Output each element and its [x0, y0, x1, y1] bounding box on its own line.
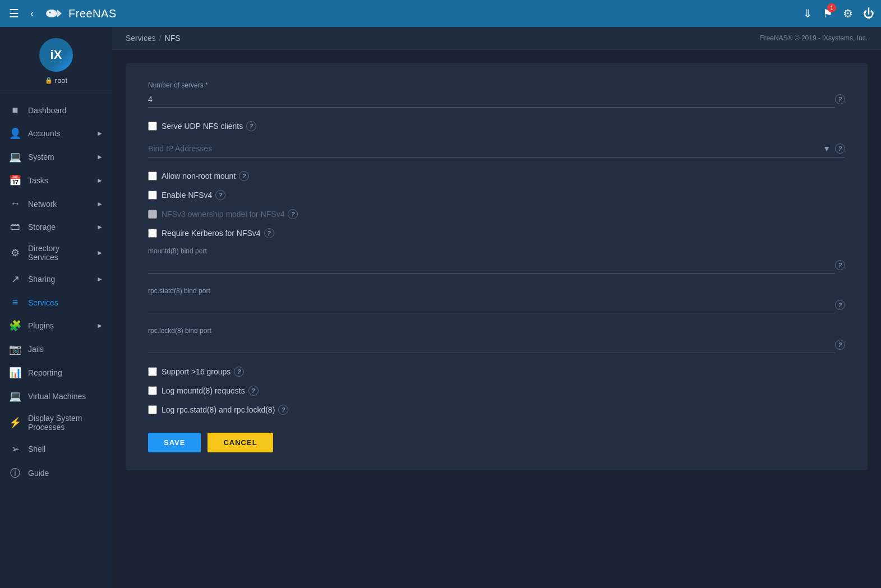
- hamburger-menu[interactable]: ☰: [7, 4, 21, 22]
- num-servers-label: Number of servers *: [148, 81, 835, 89]
- rpc-statd-port-row: rpc.statd(8) bind port ?: [148, 287, 845, 313]
- jails-icon: 📷: [9, 343, 21, 355]
- sidebar-item-label: Accounts: [28, 129, 90, 138]
- num-servers-input[interactable]: [148, 91, 835, 108]
- rpc-statd-port-input[interactable]: [148, 297, 835, 313]
- services-icon: ≡: [9, 297, 21, 308]
- log-rpc-checkbox[interactable]: [148, 405, 157, 414]
- sidebar-item-jails[interactable]: 📷 Jails: [0, 337, 112, 361]
- chevron-right-icon: ►: [96, 322, 103, 330]
- save-button[interactable]: SAVE: [148, 433, 201, 452]
- serve-udp-checkbox[interactable]: [148, 122, 157, 131]
- back-arrow[interactable]: ‹: [28, 6, 36, 22]
- sidebar-item-virtual-machines[interactable]: 💻 Virtual Machines: [0, 385, 112, 408]
- sidebar-item-system[interactable]: 💻 System ►: [0, 145, 112, 169]
- form-buttons: SAVE CANCEL: [148, 433, 845, 452]
- nfsv3-ownership-label[interactable]: NFSv3 ownership model for NFSv4 ?: [162, 209, 298, 219]
- require-kerberos-help-icon[interactable]: ?: [264, 228, 274, 238]
- sidebar-item-plugins[interactable]: 🧩 Plugins ►: [0, 314, 112, 337]
- sidebar-item-label: Reporting: [28, 368, 103, 377]
- rpc-lockd-port-label: rpc.lockd(8) bind port: [148, 327, 835, 335]
- sidebar-item-guide[interactable]: ⓘ Guide: [0, 461, 112, 485]
- log-mountd-checkbox[interactable]: [148, 386, 157, 395]
- sidebar: iX 🔒 root ■ Dashboard 👤 Accounts ► 💻 Sys…: [0, 27, 112, 588]
- sidebar-item-accounts[interactable]: 👤 Accounts ►: [0, 122, 112, 145]
- topbar: ☰ ‹ FreeNAS ⇓ ⚑ 1 ⚙ ⏻: [0, 0, 881, 27]
- download-icon[interactable]: ⇓: [803, 7, 813, 20]
- require-kerberos-label[interactable]: Require Kerberos for NFSv4 ?: [162, 228, 274, 238]
- sidebar-item-reporting[interactable]: 📊 Reporting: [0, 361, 112, 385]
- rpc-lockd-port-help-icon[interactable]: ?: [835, 340, 845, 350]
- allow-nonroot-label[interactable]: Allow non-root mount ?: [162, 171, 249, 181]
- bind-ip-help-icon[interactable]: ?: [835, 143, 845, 154]
- support-16-groups-label[interactable]: Support >16 groups ?: [162, 367, 244, 377]
- sidebar-item-tasks[interactable]: 📅 Tasks ►: [0, 169, 112, 192]
- notifications-icon[interactable]: ⚑ 1: [823, 7, 833, 20]
- num-servers-help-icon[interactable]: ?: [835, 94, 845, 104]
- sidebar-item-sharing[interactable]: ↗ Sharing ►: [0, 267, 112, 291]
- rpc-lockd-port-input[interactable]: [148, 337, 835, 353]
- sidebar-item-label: Virtual Machines: [28, 392, 103, 401]
- num-servers-row: Number of servers * ?: [148, 81, 845, 108]
- sidebar-item-label: Storage: [28, 223, 90, 232]
- support-16-groups-checkbox[interactable]: [148, 367, 157, 376]
- enable-nfsv4-help-icon[interactable]: ?: [215, 190, 225, 200]
- bind-ip-label: Bind IP Addresses: [148, 144, 823, 153]
- breadcrumb-parent[interactable]: Services: [126, 34, 156, 43]
- chevron-right-icon: ►: [96, 200, 103, 208]
- sidebar-item-directory-services[interactable]: ⚙ Directory Services ►: [0, 238, 112, 267]
- support-16-groups-help-icon[interactable]: ?: [234, 367, 244, 377]
- require-kerberos-checkbox[interactable]: [148, 229, 157, 238]
- sidebar-item-label: Dashboard: [28, 106, 103, 115]
- tasks-icon: 📅: [9, 174, 21, 187]
- sidebar-item-label: System: [28, 152, 90, 161]
- chevron-right-icon: ►: [96, 153, 103, 161]
- nfsv3-ownership-checkbox[interactable]: [148, 210, 157, 219]
- chevron-right-icon: ►: [96, 177, 103, 184]
- mountd-port-input[interactable]: [148, 257, 835, 274]
- network-icon: ↔: [9, 198, 21, 210]
- cancel-button[interactable]: CANCEL: [207, 433, 273, 452]
- sidebar-item-label: Plugins: [28, 321, 90, 330]
- topbar-left: ☰ ‹ FreeNAS: [7, 3, 117, 24]
- allow-nonroot-help-icon[interactable]: ?: [239, 171, 249, 181]
- sidebar-item-label: Shell: [28, 445, 103, 453]
- bind-ip-row[interactable]: Bind IP Addresses ▼ ?: [148, 140, 845, 158]
- enable-nfsv4-label[interactable]: Enable NFSv4 ?: [162, 190, 225, 200]
- log-mountd-label[interactable]: Log mountd(8) requests ?: [162, 386, 259, 396]
- rpc-statd-port-help-icon[interactable]: ?: [835, 300, 845, 310]
- serve-udp-label[interactable]: Serve UDP NFS clients ?: [162, 121, 256, 131]
- settings-icon[interactable]: ⚙: [843, 7, 853, 20]
- nfsv3-ownership-help-icon[interactable]: ?: [288, 209, 298, 219]
- log-mountd-row: Log mountd(8) requests ?: [148, 386, 845, 396]
- bind-ip-dropdown-icon[interactable]: ▼: [823, 144, 831, 153]
- enable-nfsv4-checkbox[interactable]: [148, 191, 157, 200]
- sidebar-item-network[interactable]: ↔ Network ►: [0, 192, 112, 215]
- sidebar-item-storage[interactable]: 🗃 Storage ►: [0, 215, 112, 238]
- log-rpc-help-icon[interactable]: ?: [278, 405, 288, 415]
- chevron-right-icon: ►: [96, 275, 103, 283]
- sidebar-item-display-system-processes[interactable]: ⚡ Display System Processes: [0, 408, 112, 437]
- sidebar-item-dashboard[interactable]: ■ Dashboard: [0, 99, 112, 122]
- sidebar-item-shell[interactable]: ➢ Shell: [0, 437, 112, 461]
- sidebar-item-label: Guide: [28, 469, 103, 478]
- nfsv3-ownership-row: NFSv3 ownership model for NFSv4 ?: [148, 209, 845, 219]
- power-icon[interactable]: ⏻: [863, 7, 874, 20]
- breadcrumb-separator: /: [159, 34, 162, 43]
- guide-icon: ⓘ: [9, 466, 21, 480]
- sidebar-item-services[interactable]: ≡ Services: [0, 291, 112, 314]
- log-rpc-label[interactable]: Log rpc.statd(8) and rpc.lockd(8) ?: [162, 405, 288, 415]
- breadcrumb: Services / NFS: [126, 34, 181, 43]
- rpc-lockd-port-row: rpc.lockd(8) bind port ?: [148, 327, 845, 353]
- rpc-lockd-port-field: rpc.lockd(8) bind port ?: [148, 327, 845, 353]
- log-mountd-help-icon[interactable]: ?: [248, 386, 259, 396]
- logo: FreeNAS: [43, 3, 117, 24]
- mountd-port-help-icon[interactable]: ?: [835, 260, 845, 270]
- accounts-icon: 👤: [9, 127, 21, 140]
- serve-udp-help-icon[interactable]: ?: [246, 121, 256, 131]
- rpc-statd-port-field: rpc.statd(8) bind port ?: [148, 287, 845, 313]
- allow-nonroot-checkbox[interactable]: [148, 172, 157, 180]
- svg-point-3: [49, 12, 51, 13]
- sidebar-item-label: Directory Services: [28, 244, 90, 262]
- virtual-machines-icon: 💻: [9, 390, 21, 402]
